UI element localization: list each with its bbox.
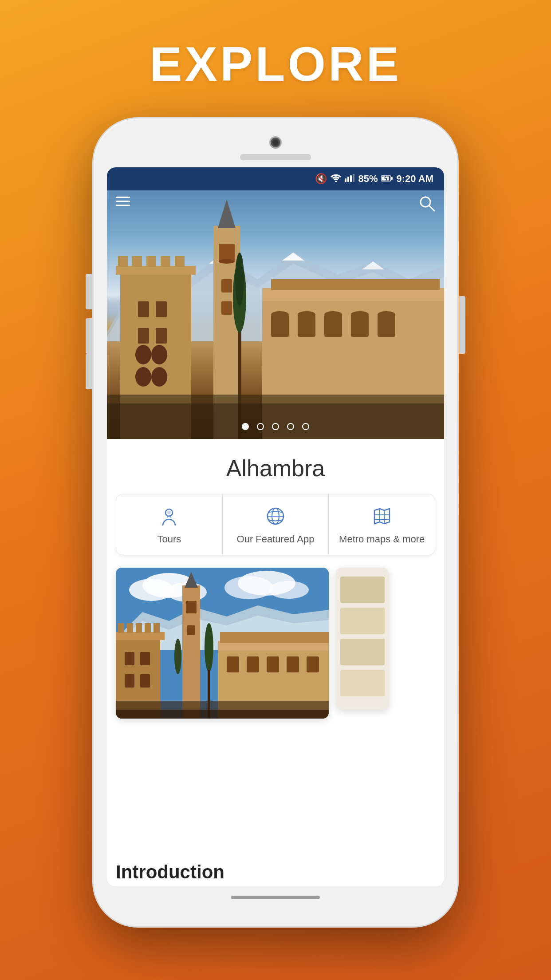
svg-point-28 [135, 345, 151, 364]
menu-line-1 [116, 197, 130, 198]
metro-maps-button[interactable]: Metro maps & more [329, 494, 435, 555]
svg-rect-73 [116, 632, 165, 640]
carousel-dots [242, 423, 309, 430]
svg-point-87 [205, 623, 213, 672]
dot-2[interactable] [257, 423, 264, 430]
tours-icon [160, 507, 178, 528]
main-card[interactable] [116, 568, 329, 719]
svg-rect-97 [307, 656, 319, 672]
tours-button[interactable]: Tours [116, 494, 223, 555]
secondary-card-image [336, 568, 389, 710]
status-icons: 🔇 85% [315, 173, 433, 185]
svg-point-51 [324, 311, 342, 318]
svg-rect-20 [132, 256, 142, 267]
svg-rect-74 [118, 623, 124, 633]
svg-rect-102 [340, 608, 385, 634]
svg-rect-24 [138, 301, 149, 317]
phone-speaker [240, 154, 311, 160]
svg-point-50 [298, 311, 315, 318]
intro-section: Introduction [107, 853, 444, 886]
mountain-svg [107, 190, 444, 439]
tours-label: Tours [157, 533, 181, 545]
page-hero-title: EXPLORE [150, 36, 401, 92]
svg-line-57 [429, 205, 434, 211]
menu-button[interactable] [116, 197, 130, 206]
action-buttons-container: Tours Our Featured App [116, 494, 435, 555]
svg-rect-92 [220, 632, 329, 643]
svg-rect-104 [340, 670, 385, 696]
battery-icon [381, 173, 393, 185]
cards-row [116, 568, 435, 719]
phone-camera [269, 136, 282, 149]
svg-rect-78 [153, 623, 160, 633]
featured-app-button[interactable]: Our Featured App [223, 494, 329, 555]
phone-bottom [107, 886, 444, 913]
featured-app-label: Our Featured App [237, 533, 315, 545]
svg-rect-93 [227, 656, 239, 672]
svg-rect-77 [145, 623, 151, 633]
svg-point-59 [167, 511, 171, 514]
status-time: 9:20 AM [396, 173, 433, 185]
svg-rect-101 [340, 577, 385, 603]
phone-shell: 🔇 85% [94, 119, 457, 926]
svg-rect-25 [156, 301, 167, 317]
metro-maps-icon [373, 507, 391, 528]
svg-point-35 [219, 259, 235, 264]
signal-icon [345, 173, 354, 185]
svg-point-49 [271, 311, 289, 318]
location-title: Alhambra [107, 455, 444, 482]
svg-point-29 [151, 345, 167, 364]
svg-rect-94 [247, 656, 259, 672]
svg-rect-2 [347, 177, 349, 182]
home-indicator [231, 896, 320, 899]
svg-rect-3 [350, 175, 352, 182]
intro-title: Introduction [116, 861, 435, 883]
svg-point-40 [235, 253, 244, 306]
svg-rect-37 [221, 301, 232, 315]
svg-rect-76 [136, 623, 142, 633]
svg-rect-1 [345, 178, 346, 182]
metro-maps-label: Metro maps & more [339, 533, 425, 545]
svg-point-52 [351, 311, 369, 318]
svg-rect-81 [125, 674, 134, 688]
svg-point-0 [335, 181, 337, 182]
dot-3[interactable] [272, 423, 279, 430]
svg-point-31 [151, 367, 167, 387]
dot-5[interactable] [302, 423, 309, 430]
svg-rect-75 [127, 623, 133, 633]
featured-app-icon [266, 507, 285, 528]
svg-marker-33 [218, 199, 236, 228]
svg-rect-80 [140, 652, 150, 665]
svg-rect-34 [219, 244, 235, 261]
svg-rect-18 [116, 266, 196, 275]
svg-point-89 [174, 639, 181, 674]
svg-point-69 [269, 581, 309, 599]
svg-rect-7 [391, 177, 393, 180]
svg-rect-27 [156, 328, 167, 344]
svg-rect-79 [125, 652, 134, 665]
svg-rect-21 [146, 256, 156, 267]
svg-rect-96 [287, 656, 299, 672]
svg-rect-95 [267, 656, 279, 672]
svg-point-30 [135, 367, 151, 387]
svg-rect-22 [161, 256, 170, 267]
svg-rect-86 [187, 625, 195, 635]
mute-icon: 🔇 [315, 173, 327, 185]
menu-line-3 [116, 205, 130, 206]
phone-screen: 🔇 85% [107, 167, 444, 886]
svg-rect-103 [340, 639, 385, 665]
svg-rect-36 [221, 279, 232, 292]
svg-rect-85 [186, 601, 197, 613]
content-area: Alhambra Tours [107, 439, 444, 886]
status-bar: 🔇 85% [107, 167, 444, 190]
secondary-card[interactable] [336, 568, 389, 710]
svg-rect-26 [138, 328, 149, 344]
main-card-image [116, 568, 329, 719]
dot-1[interactable] [242, 423, 249, 430]
svg-point-53 [378, 311, 395, 318]
wifi-icon [331, 173, 341, 185]
dot-4[interactable] [287, 423, 294, 430]
svg-rect-23 [175, 256, 185, 267]
svg-rect-4 [353, 174, 354, 182]
search-button[interactable] [418, 195, 435, 216]
